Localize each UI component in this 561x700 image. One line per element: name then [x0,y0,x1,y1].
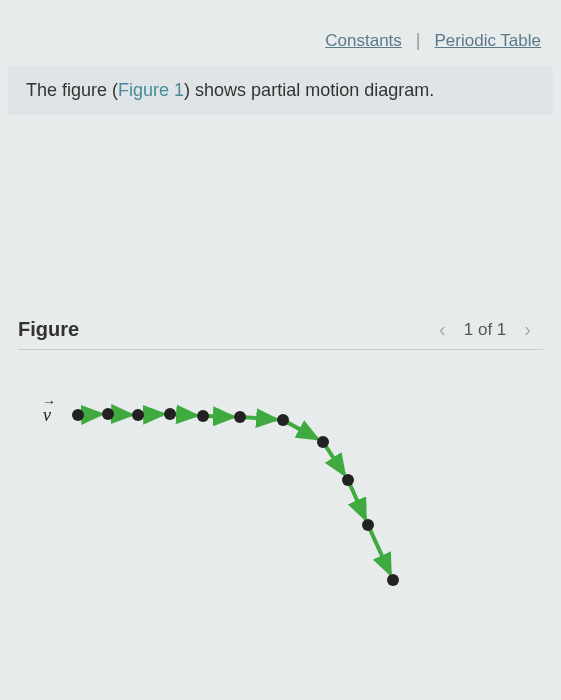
svg-line-9 [348,480,365,519]
pager-next-icon[interactable]: › [524,318,531,341]
svg-point-17 [277,414,289,426]
velocity-label: v [43,405,51,426]
figure-section: Figure ‹ 1 of 1 › v [0,310,561,585]
svg-point-13 [132,409,144,421]
problem-text-suffix: ) shows partial motion diagram. [184,80,434,100]
problem-statement: The figure (Figure 1) shows partial moti… [8,66,553,115]
link-divider: | [416,30,421,51]
pager-text: 1 of 1 [464,320,507,340]
svg-point-18 [317,436,329,448]
constants-link[interactable]: Constants [325,31,402,51]
figure-body: v [18,385,543,585]
top-links-bar: Constants | Periodic Table [0,0,561,61]
svg-point-12 [102,408,114,420]
motion-diagram-svg [58,400,418,600]
svg-point-11 [72,409,84,421]
svg-point-19 [342,474,354,486]
svg-point-14 [164,408,176,420]
main-container: Constants | Periodic Table The figure (F… [0,0,561,585]
pager-prev-icon[interactable]: ‹ [439,318,446,341]
figure-pager: ‹ 1 of 1 › [439,318,543,341]
svg-point-21 [387,574,399,586]
svg-point-15 [197,410,209,422]
svg-point-16 [234,411,246,423]
figure-header: Figure ‹ 1 of 1 › [18,310,543,350]
figure-reference-link[interactable]: Figure 1 [118,80,184,100]
problem-text-prefix: The figure ( [26,80,118,100]
svg-line-10 [368,525,390,574]
figure-title: Figure [18,318,79,341]
periodic-table-link[interactable]: Periodic Table [435,31,541,51]
svg-point-20 [362,519,374,531]
